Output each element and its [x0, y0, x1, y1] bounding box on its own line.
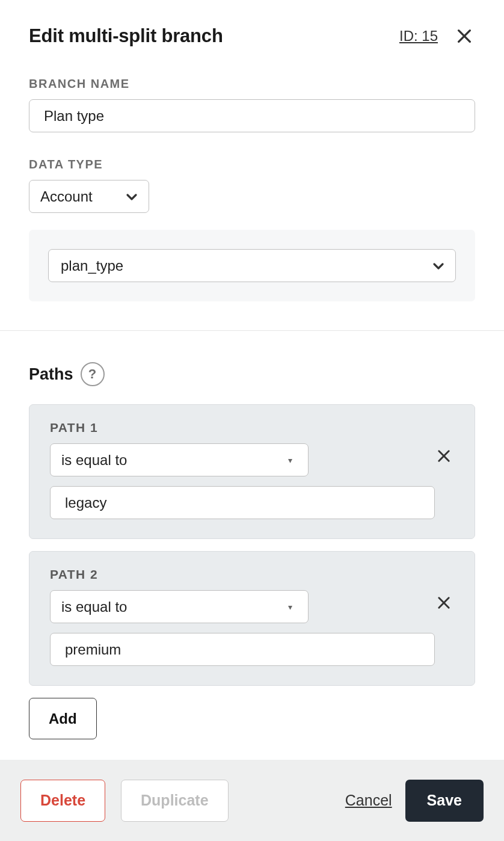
cancel-link[interactable]: Cancel	[345, 792, 392, 809]
path-value: premium	[65, 641, 121, 658]
delete-button[interactable]: Delete	[20, 780, 105, 822]
save-button[interactable]: Save	[405, 780, 484, 822]
path-value: legacy	[65, 494, 106, 511]
path-label: PATH 1	[50, 420, 454, 435]
operator-select[interactable]: is equal to ▾	[50, 443, 309, 476]
data-type-label: DATA TYPE	[29, 158, 475, 171]
branch-name-input[interactable]: Plan type	[29, 99, 475, 132]
path-label: PATH 2	[50, 567, 454, 582]
data-type-value: Account	[40, 188, 93, 205]
dialog-header: Edit multi-split branch ID: 15	[29, 25, 475, 47]
path-card: PATH 1 is equal to ▾ legacy	[29, 404, 475, 539]
caret-down-icon: ▾	[288, 444, 292, 476]
path-value-input[interactable]: premium	[50, 633, 435, 666]
operator-value: is equal to	[61, 452, 127, 469]
caret-down-icon: ▾	[288, 591, 292, 623]
branch-name-value: Plan type	[44, 108, 104, 125]
help-icon[interactable]: ?	[81, 362, 105, 386]
operator-value: is equal to	[61, 599, 127, 615]
branch-name-label: BRANCH NAME	[29, 77, 475, 91]
data-type-select[interactable]: Account	[29, 180, 149, 213]
add-path-button[interactable]: Add	[29, 698, 97, 739]
field-value: plan_type	[61, 257, 123, 274]
chevron-down-icon	[431, 250, 446, 282]
operator-select[interactable]: is equal to ▾	[50, 590, 309, 623]
field-well: plan_type	[29, 230, 475, 301]
duplicate-button[interactable]: Duplicate	[121, 780, 229, 822]
chevron-down-icon	[124, 180, 139, 212]
id-link[interactable]: ID: 15	[399, 28, 438, 45]
section-divider	[0, 330, 504, 331]
footer-bar: Delete Duplicate Cancel Save	[0, 760, 504, 841]
path-value-input[interactable]: legacy	[50, 486, 435, 519]
dialog-title: Edit multi-split branch	[29, 25, 223, 47]
remove-path-icon[interactable]	[434, 446, 454, 466]
paths-title: Paths	[29, 365, 73, 384]
remove-path-icon[interactable]	[434, 593, 454, 613]
field-select[interactable]: plan_type	[48, 249, 456, 282]
close-icon[interactable]	[453, 25, 475, 47]
path-card: PATH 2 is equal to ▾ premium	[29, 551, 475, 686]
